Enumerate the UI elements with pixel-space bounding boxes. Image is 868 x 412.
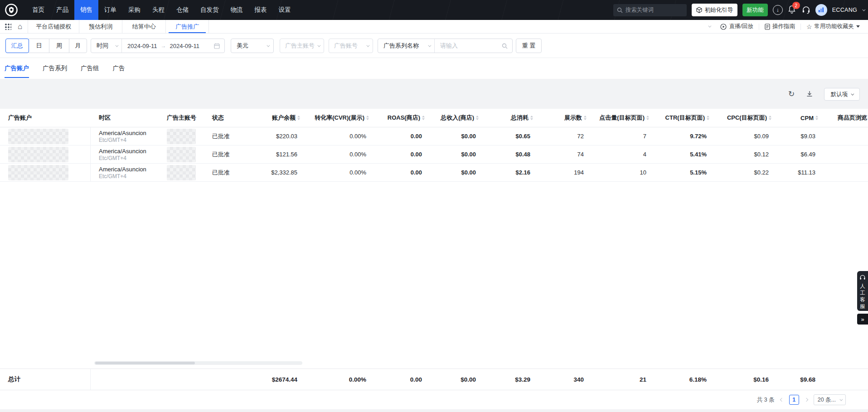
scrollbar-thumb[interactable] — [95, 362, 195, 364]
sort-icon[interactable] — [769, 114, 771, 121]
table-row[interactable]: America/Asuncion Etc/GMT+4 已批准 $2,332.85… — [0, 164, 868, 182]
menu-purchasing[interactable]: 采购 — [122, 0, 146, 20]
page-number-button[interactable]: 1 — [789, 395, 799, 405]
sort-icon[interactable] — [422, 114, 425, 121]
tab-ad-promotion[interactable]: 广告推广 — [166, 20, 209, 33]
sort-icon[interactable] — [815, 114, 818, 121]
new-feature-button[interactable]: 新功能 — [742, 4, 768, 16]
customer-service-widget[interactable]: 人工客服 — [857, 271, 868, 311]
date-range-input[interactable]: 2024-09-11 → 2024-09-11 — [122, 39, 224, 53]
timezone-value: America/Asuncion — [99, 165, 163, 173]
subtab-ad[interactable]: 广告 — [113, 58, 125, 79]
page-size-select[interactable]: 20 条... — [814, 394, 846, 405]
notifications-button[interactable]: 2 — [788, 5, 797, 15]
cpm-cell: $11.13 — [773, 169, 820, 176]
sort-icon[interactable] — [707, 114, 709, 121]
keyword-input[interactable]: 请输入 — [435, 39, 512, 53]
collapse-chevron-icon[interactable] — [708, 24, 712, 28]
period-day-button[interactable]: 日 — [29, 39, 49, 53]
menu-self-shipping[interactable]: 自发货 — [194, 0, 225, 20]
chart-bars-icon — [818, 7, 824, 13]
notification-badge: 2 — [792, 2, 800, 9]
reset-button[interactable]: 重 置 — [516, 39, 542, 53]
advertiser-cell — [163, 165, 209, 180]
cvr-cell: 0.00% — [302, 151, 371, 158]
account-name[interactable]: ECCANG — [832, 7, 857, 13]
menu-reports[interactable]: 报表 — [249, 0, 273, 20]
sort-icon[interactable] — [584, 114, 587, 121]
total-ctr: 6.18% — [651, 376, 711, 383]
menu-home[interactable]: 首页 — [26, 0, 50, 20]
next-page-button[interactable] — [803, 395, 810, 405]
redacted-ad-account — [8, 165, 68, 180]
table-row[interactable]: America/Asuncion Etc/GMT+4 已批准 $220.03 0… — [0, 127, 868, 145]
headset-icon — [859, 275, 866, 281]
menu-orders[interactable]: 订单 — [98, 0, 122, 20]
clicks-cell: 10 — [588, 169, 651, 176]
sort-icon[interactable] — [366, 114, 369, 121]
ad-account-select[interactable]: 广告账号 — [329, 39, 373, 53]
menu-warehouse[interactable]: 仓储 — [170, 0, 194, 20]
table-row[interactable]: America/Asuncion Etc/GMT+4 已批准 $121.56 0… — [0, 145, 868, 164]
document-icon — [765, 24, 770, 30]
prev-page-button[interactable] — [779, 395, 785, 405]
chevron-right-icon — [804, 398, 808, 402]
default-view-select[interactable]: 默认项 — [824, 88, 860, 101]
period-month-button[interactable]: 月 — [69, 39, 87, 53]
campaign-field-value: 广告系列名称 — [383, 42, 419, 50]
search-icon — [502, 43, 508, 49]
currency-select[interactable]: 美元 — [231, 39, 274, 53]
sort-icon[interactable] — [476, 114, 479, 121]
subtab-ad-group[interactable]: 广告组 — [81, 58, 99, 79]
menu-sales[interactable]: 销售 — [74, 0, 98, 20]
global-search-input[interactable]: 搜索关键词 — [613, 4, 687, 16]
header-label: 总收入(商店) — [441, 114, 474, 122]
download-center-icon[interactable]: ↓ — [773, 5, 783, 15]
init-guide-button[interactable]: 初始化引导 — [692, 4, 738, 16]
brand-logo[interactable] — [5, 3, 18, 17]
sort-icon[interactable] — [646, 114, 649, 121]
campaign-field-select[interactable]: 广告系列名称 — [378, 39, 434, 53]
time-range-group: 时间 2024-09-11 → 2024-09-11 — [91, 39, 225, 53]
col-header-roas: ROAS(商店) — [371, 114, 427, 122]
total-cvr: 0.00% — [302, 376, 371, 383]
operation-guide-button[interactable]: 操作指南 — [759, 23, 800, 30]
subtab-ad-account[interactable]: 广告账户 — [5, 58, 29, 79]
period-summary-button[interactable]: 汇总 — [5, 39, 29, 53]
sort-icon[interactable] — [297, 114, 300, 121]
col-header-cvr: 转化率(CVR)(展示) — [302, 114, 371, 122]
refresh-icon[interactable]: ↻ — [788, 89, 795, 99]
cvr-cell: 0.00% — [302, 133, 371, 140]
headset-icon[interactable] — [802, 6, 810, 14]
home-icon[interactable]: ⌂ — [18, 23, 22, 30]
download-icon[interactable] — [806, 90, 813, 97]
menu-settings[interactable]: 设置 — [273, 0, 297, 20]
menu-products[interactable]: 产品 — [50, 0, 74, 20]
apps-grid-icon[interactable] — [5, 23, 11, 30]
timezone-offset: Etc/GMT+4 — [99, 137, 163, 144]
col-header-advertiser: 广告主账号 — [163, 114, 209, 122]
favorites-button[interactable]: ☆ 常用功能收藏夹 — [801, 23, 865, 30]
chevron-down-icon — [366, 44, 369, 47]
cpm-cell: $6.49 — [773, 151, 820, 158]
subtab-campaign[interactable]: 广告系列 — [43, 58, 67, 79]
sort-icon[interactable] — [530, 114, 533, 121]
chevron-down-icon — [267, 44, 270, 47]
horizontal-scrollbar[interactable] — [94, 361, 302, 365]
menu-logistics[interactable]: 物流 — [225, 0, 249, 20]
tab-settlement-center[interactable]: 结算中心 — [122, 20, 165, 33]
menu-first-leg[interactable]: 头程 — [146, 0, 170, 20]
time-type-select[interactable]: 时间 — [91, 39, 121, 53]
revenue-cell: $0.00 — [427, 151, 480, 158]
header-label: CPM — [800, 115, 814, 121]
expand-panel-button[interactable]: » — [857, 314, 868, 325]
divider — [209, 20, 209, 33]
tab-estimated-profit[interactable]: 预估利润 — [79, 20, 122, 33]
tab-platform-auth[interactable]: 平台店铺授权 — [28, 20, 79, 33]
advertiser-account-select[interactable]: 广告主账号 — [280, 39, 324, 53]
account-chevron-down-icon[interactable] — [862, 8, 865, 11]
data-table: 广告账户 时区 广告主账号 状态 账户余额 转化率(CVR)(展示) ROAS(… — [0, 109, 868, 409]
live-replay-button[interactable]: 直播/回放 — [715, 23, 758, 30]
period-week-button[interactable]: 周 — [49, 39, 69, 53]
avatar[interactable] — [815, 4, 827, 16]
